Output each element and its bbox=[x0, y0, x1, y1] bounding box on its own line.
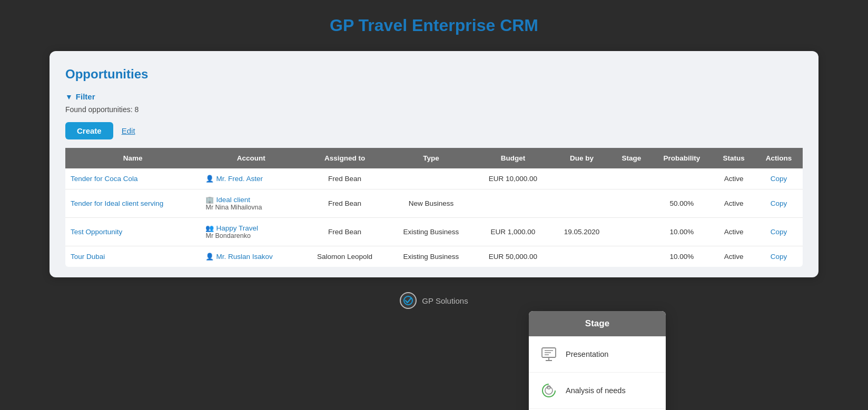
toolbar: Create Edit bbox=[65, 122, 803, 139]
cell-assigned-to: Fred Bean bbox=[302, 218, 388, 246]
opportunity-name-link[interactable]: Tour Dubai bbox=[71, 253, 105, 261]
account-type-icon: 👤 bbox=[205, 175, 214, 183]
account-sub-name: Mr Nina Mihailovna bbox=[205, 204, 296, 211]
edit-button[interactable]: Edit bbox=[122, 126, 135, 135]
cell-actions: Copy bbox=[755, 246, 803, 267]
table-row: Tender for Coca Cola👤Mr. Fred. AsterFred… bbox=[65, 168, 803, 189]
stage-option-presentation[interactable]: Presentation bbox=[529, 336, 666, 373]
footer: GP Solutions bbox=[400, 292, 468, 309]
opportunity-name-link[interactable]: Test Opportunity bbox=[71, 228, 122, 236]
gp-solutions-logo bbox=[400, 292, 417, 309]
cell-budget: EUR 1,000.00 bbox=[475, 218, 552, 246]
cell-due-by bbox=[551, 189, 611, 218]
cell-actions: Copy bbox=[755, 189, 803, 218]
cell-probability: 50.00% bbox=[651, 189, 713, 218]
cell-due-by bbox=[551, 246, 611, 267]
cell-type: New Business bbox=[388, 189, 474, 218]
footer-brand: GP Solutions bbox=[422, 296, 468, 305]
opportunities-table: Name Account Assigned to Type Budget Due… bbox=[65, 148, 803, 267]
account-sub-name: Mr Bondarenko bbox=[205, 232, 296, 239]
analysis-icon bbox=[539, 381, 558, 400]
create-button[interactable]: Create bbox=[65, 122, 113, 139]
cell-type: Existing Business bbox=[388, 218, 474, 246]
cell-name: Tender for Coca Cola bbox=[65, 168, 200, 189]
cell-name: Test Opportunity bbox=[65, 218, 200, 246]
cell-type: Existing Business bbox=[388, 246, 474, 267]
col-name: Name bbox=[65, 148, 200, 168]
cell-actions: Copy bbox=[755, 168, 803, 189]
cell-account: 🏢Ideal clientMr Nina Mihailovna bbox=[200, 189, 301, 218]
col-type: Type bbox=[388, 148, 474, 168]
chevron-down-icon: ▼ bbox=[65, 93, 73, 101]
col-status: Status bbox=[713, 148, 755, 168]
presentation-icon bbox=[539, 345, 558, 364]
cell-stage[interactable] bbox=[612, 168, 651, 189]
filter-toggle[interactable]: ▼ Filter bbox=[65, 92, 803, 101]
copy-link[interactable]: Copy bbox=[771, 199, 787, 207]
col-stage: Stage bbox=[612, 148, 651, 168]
account-type-icon: 👤 bbox=[205, 253, 214, 261]
opportunity-name-link[interactable]: Tender for Coca Cola bbox=[71, 175, 138, 183]
opportunity-name-link[interactable]: Tender for Ideal client serving bbox=[71, 199, 163, 207]
cell-status: Active bbox=[713, 168, 755, 189]
cell-probability bbox=[651, 168, 713, 189]
copy-link[interactable]: Copy bbox=[771, 228, 787, 236]
cell-probability: 10.00% bbox=[651, 246, 713, 267]
opportunities-heading: Opportunities bbox=[65, 67, 803, 82]
account-link[interactable]: Happy Travel bbox=[216, 224, 258, 232]
stage-option-label: Analysis of needs bbox=[566, 386, 626, 395]
stage-dropdown-header: Stage bbox=[529, 311, 666, 336]
svg-point-7 bbox=[545, 387, 553, 394]
cell-account: 👤Mr. Fred. Aster bbox=[200, 168, 301, 189]
account-link[interactable]: Mr. Ruslan Isakov bbox=[216, 253, 272, 261]
table-row: Test Opportunity👥Happy TravelMr Bondaren… bbox=[65, 218, 803, 246]
main-card: Opportunities ▼ Filter Found opportuniti… bbox=[50, 51, 818, 277]
cell-budget bbox=[475, 189, 552, 218]
col-probability: Probability bbox=[651, 148, 713, 168]
cell-name: Tender for Ideal client serving bbox=[65, 189, 200, 218]
account-link[interactable]: Mr. Fred. Aster bbox=[216, 175, 263, 183]
stage-dropdown: Stage PresentationAnalysis of needsPoten… bbox=[529, 311, 666, 410]
filter-section: ▼ Filter Found opportunities: 8 bbox=[65, 92, 803, 114]
account-link[interactable]: Ideal client bbox=[216, 196, 250, 204]
table-row: Tender for Ideal client serving🏢Ideal cl… bbox=[65, 189, 803, 218]
cell-stage[interactable] bbox=[612, 218, 651, 246]
cell-assigned-to: Salomon Leopold bbox=[302, 246, 388, 267]
cell-type bbox=[388, 168, 474, 189]
col-budget: Budget bbox=[475, 148, 552, 168]
filter-label: Filter bbox=[76, 92, 95, 101]
stage-option-label: Presentation bbox=[566, 350, 608, 358]
cell-due-by bbox=[551, 168, 611, 189]
copy-link[interactable]: Copy bbox=[771, 175, 787, 183]
table-header-row: Name Account Assigned to Type Budget Due… bbox=[65, 148, 803, 168]
found-opportunities-text: Found opportunities: 8 bbox=[65, 105, 803, 114]
stage-option-analysis[interactable]: Analysis of needs bbox=[529, 373, 666, 409]
cell-status: Active bbox=[713, 246, 755, 267]
table-row: Tour Dubai👤Mr. Ruslan IsakovSalomon Leop… bbox=[65, 246, 803, 267]
copy-link[interactable]: Copy bbox=[771, 253, 787, 261]
cell-status: Active bbox=[713, 189, 755, 218]
col-account: Account bbox=[200, 148, 301, 168]
page-title: GP Travel Enterprise CRM bbox=[330, 16, 538, 35]
cell-account: 👥Happy TravelMr Bondarenko bbox=[200, 218, 301, 246]
cell-due-by: 19.05.2020 bbox=[551, 218, 611, 246]
cell-budget: EUR 10,000.00 bbox=[475, 168, 552, 189]
col-assigned: Assigned to bbox=[302, 148, 388, 168]
col-due-by: Due by bbox=[551, 148, 611, 168]
account-type-icon: 👥 bbox=[205, 224, 214, 232]
cell-name: Tour Dubai bbox=[65, 246, 200, 267]
cell-assigned-to: Fred Bean bbox=[302, 168, 388, 189]
cell-budget: EUR 50,000.00 bbox=[475, 246, 552, 267]
opportunities-table-container: Name Account Assigned to Type Budget Due… bbox=[65, 148, 803, 267]
cell-stage[interactable] bbox=[612, 246, 651, 267]
cell-probability: 10.00% bbox=[651, 218, 713, 246]
col-actions: Actions bbox=[755, 148, 803, 168]
cell-assigned-to: Fred Bean bbox=[302, 189, 388, 218]
cell-stage[interactable] bbox=[612, 189, 651, 218]
account-type-icon: 🏢 bbox=[205, 196, 214, 204]
cell-account: 👤Mr. Ruslan Isakov bbox=[200, 246, 301, 267]
cell-status: Active bbox=[713, 218, 755, 246]
cell-actions: Copy bbox=[755, 218, 803, 246]
